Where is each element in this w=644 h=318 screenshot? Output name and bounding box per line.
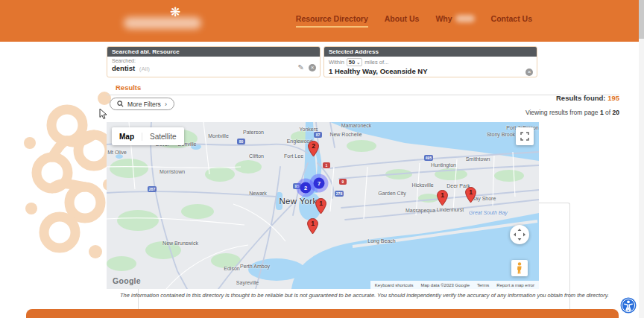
nav-label: Why xyxy=(435,14,452,23)
results-found-count: 195 xyxy=(607,94,619,102)
scrollbar-thumb[interactable] xyxy=(639,0,644,39)
nav-item-resource-directory[interactable]: Resource Directory xyxy=(296,14,368,28)
searched-resource-panel: Searched abl. Resource Searched: dentist… xyxy=(107,46,321,77)
map-pin-marker[interactable]: 2 xyxy=(308,141,319,160)
scrollbar-track[interactable] xyxy=(639,0,644,318)
pan-control[interactable] xyxy=(510,225,529,244)
satellite-view-button[interactable]: Satellite xyxy=(142,133,184,141)
disclaimer-text: The information contained in this direct… xyxy=(89,292,640,299)
attribution-link[interactable]: Map data ©2023 Google xyxy=(421,283,470,287)
attribution-link[interactable]: Terms xyxy=(477,283,489,287)
map-canvas[interactable]: 80 287 95 278 495 87 1 9 Mt OliveDoverDe… xyxy=(107,122,539,289)
svg-text:278: 278 xyxy=(336,191,343,196)
fullscreen-button[interactable] xyxy=(516,127,534,145)
edit-search-icon[interactable]: ✎ xyxy=(298,63,304,71)
chevron-right-icon: › xyxy=(165,101,167,108)
more-filters-button[interactable]: More Filters › xyxy=(110,98,174,110)
map-pin-marker[interactable]: 1 xyxy=(465,187,476,206)
accessibility-button[interactable] xyxy=(620,297,637,314)
svg-text:95: 95 xyxy=(295,184,300,188)
results-found-line: Results found: 195 xyxy=(525,94,619,102)
radius-line: Within 50 ⌄ miles of... xyxy=(329,58,532,66)
svg-text:2: 2 xyxy=(312,142,315,150)
map-pin-marker[interactable]: 1 xyxy=(315,198,326,217)
map-type-control: Map Satellite xyxy=(112,127,184,145)
svg-text:495: 495 xyxy=(426,156,432,160)
svg-text:287: 287 xyxy=(149,187,156,191)
pan-arrows-icon xyxy=(510,225,529,244)
svg-text:87: 87 xyxy=(316,133,321,137)
viewing-results-line: Viewing results from page 1 of 20 xyxy=(525,109,619,116)
clear-search-icon[interactable]: × xyxy=(309,64,316,71)
within-label: Within xyxy=(329,59,344,66)
of-label: of xyxy=(605,109,610,116)
attribution-link[interactable]: Report a map error xyxy=(496,283,534,287)
svg-text:9: 9 xyxy=(342,179,344,184)
map-attribution: Keyboard shortcutsMap data ©2023 GoogleT… xyxy=(370,281,539,289)
nav-item-about-us[interactable]: About Us xyxy=(385,14,420,28)
logo-redacted xyxy=(124,17,201,29)
svg-text:1: 1 xyxy=(319,200,323,207)
nav-redacted-blob xyxy=(455,15,475,22)
accessibility-icon xyxy=(620,297,637,314)
miles-label: miles of... xyxy=(364,59,388,66)
svg-text:80: 80 xyxy=(239,139,244,144)
searched-suffix: (All) xyxy=(139,66,150,72)
app-header: ❋ Resource DirectoryAbout UsWhyContact U… xyxy=(0,0,644,42)
results-meta: Results found: 195 Viewing results from … xyxy=(525,94,619,116)
viewing-prefix: Viewing results from page xyxy=(525,109,599,116)
svg-text:1: 1 xyxy=(311,220,315,227)
total-pages: 20 xyxy=(613,109,619,116)
radius-select[interactable]: 50 ⌄ xyxy=(347,58,362,66)
chevron-down-icon: ⌄ xyxy=(356,60,360,65)
brand-watermark xyxy=(21,89,118,261)
more-filters-label: More Filters xyxy=(127,101,161,108)
tabbar: Results Map xyxy=(107,80,619,95)
nav-item-why[interactable]: Why xyxy=(435,14,474,28)
map-pin-marker[interactable]: 1 xyxy=(307,218,318,238)
main-nav: Resource DirectoryAbout UsWhyContact Us xyxy=(296,0,532,42)
results-found-label: Results found: xyxy=(556,94,606,102)
nav-item-contact-us[interactable]: Contact Us xyxy=(491,14,532,28)
searched-value: dentist xyxy=(112,64,135,72)
svg-text:1: 1 xyxy=(469,188,473,196)
searched-resource-header: Searched abl. Resource xyxy=(107,47,320,57)
mouse-cursor xyxy=(99,109,107,120)
svg-text:1: 1 xyxy=(326,163,328,168)
cluster-marker[interactable]: 7 xyxy=(314,178,325,189)
nav-label: About Us xyxy=(385,14,420,23)
selected-address-header: Selected Address xyxy=(324,47,537,57)
searched-value-line: dentist (All) xyxy=(112,64,315,72)
clear-address-icon[interactable]: × xyxy=(525,69,533,76)
google-logo: Google xyxy=(113,276,141,285)
nav-label: Contact Us xyxy=(491,14,532,23)
search-icon xyxy=(117,101,124,107)
attribution-link[interactable]: Keyboard shortcuts xyxy=(375,283,414,287)
page: ❋ Resource DirectoryAbout UsWhyContact U… xyxy=(0,0,644,318)
cluster-marker[interactable]: 2 xyxy=(300,182,312,194)
map-pin-marker[interactable]: 1 xyxy=(437,190,448,209)
current-page: 1 xyxy=(600,109,604,116)
radius-value: 50 xyxy=(349,59,355,66)
map-view-button[interactable]: Map xyxy=(112,133,142,141)
selected-address-panel: Selected Address Within 50 ⌄ miles of...… xyxy=(323,46,537,77)
tab-results[interactable]: Results xyxy=(107,80,150,95)
searched-label: Searched: xyxy=(112,58,315,63)
svg-text:1: 1 xyxy=(441,191,444,199)
address-value: 1 Healthy Way, Oceanside NY xyxy=(329,67,532,75)
pegman-icon xyxy=(516,262,523,274)
nav-label: Resource Directory xyxy=(296,14,368,23)
pegman-button[interactable] xyxy=(511,260,528,276)
footer-bar xyxy=(26,309,619,318)
fullscreen-icon xyxy=(520,132,529,141)
